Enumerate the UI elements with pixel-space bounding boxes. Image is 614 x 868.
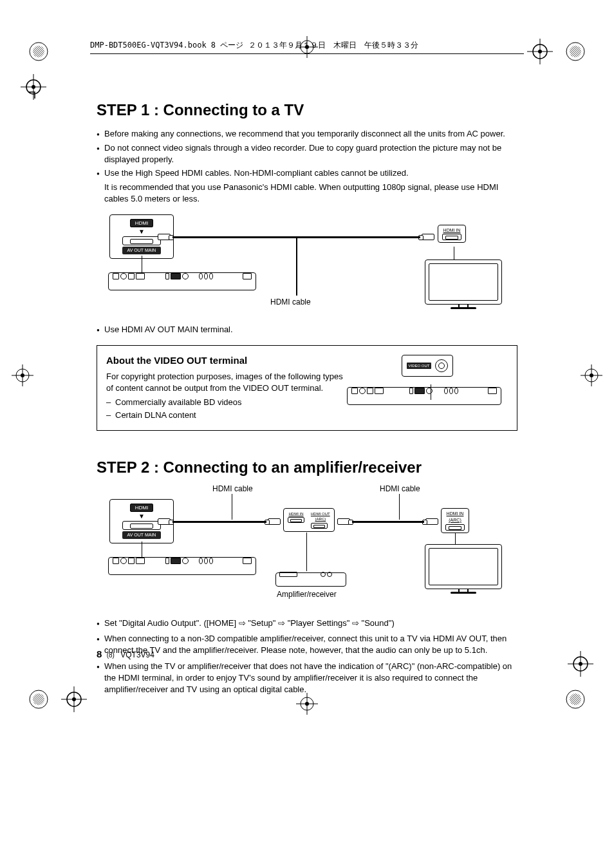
svg-point-39 bbox=[590, 373, 593, 377]
hdmi-port-icon bbox=[122, 521, 161, 530]
register-mark-icon bbox=[12, 364, 33, 386]
svg-point-27 bbox=[305, 45, 309, 49]
svg-point-19 bbox=[72, 697, 76, 701]
hdmi-plug-icon bbox=[268, 518, 281, 525]
hdmi-port-icon bbox=[122, 236, 161, 245]
player-rear-icon bbox=[108, 272, 256, 290]
diagram-leader-line bbox=[142, 542, 142, 557]
diagram-leader-line bbox=[306, 533, 307, 571]
list-item: Do not connect video signals through a v… bbox=[97, 142, 517, 165]
diagram-leader-line bbox=[296, 238, 297, 296]
crop-mark-icon bbox=[563, 39, 588, 64]
crop-mark-icon bbox=[563, 686, 588, 712]
list-item: Use the High Speed HDMI cables. Non-HDMI… bbox=[97, 167, 517, 205]
register-mark-icon bbox=[581, 364, 602, 386]
hdmi-cable-caption: HDMI cable bbox=[270, 297, 311, 308]
diagram-leader-line bbox=[232, 494, 232, 520]
diagram-leader-line bbox=[454, 247, 454, 259]
tv-icon bbox=[425, 544, 502, 589]
hdmi-plug-icon bbox=[425, 518, 438, 525]
svg-point-1 bbox=[33, 46, 44, 57]
step1-bullets: Before making any connections, we recomm… bbox=[97, 128, 517, 205]
step1-diagram: HDMI ▼ AV OUT MAIN HDMI IN HDMI cable bbox=[97, 214, 517, 317]
hdmi-plug-icon bbox=[158, 234, 171, 240]
hdmi-label: HDMI bbox=[130, 219, 153, 227]
diagram-leader-line bbox=[431, 384, 431, 400]
step1-title: STEP 1 : Connecting to a TV bbox=[97, 99, 517, 121]
avout-label: AV OUT MAIN bbox=[122, 531, 161, 539]
diagram-leader-line bbox=[455, 533, 456, 544]
avout-label: AV OUT MAIN bbox=[122, 247, 161, 254]
step2-title: STEP 2 : Connecting to an amplifier/rece… bbox=[97, 457, 517, 478]
svg-point-3 bbox=[570, 46, 581, 57]
hdmi-plug-icon bbox=[337, 518, 350, 525]
hdmi-cable-line bbox=[172, 521, 266, 523]
tv-icon bbox=[425, 259, 502, 305]
svg-point-7 bbox=[570, 693, 581, 705]
amplifier-icon bbox=[275, 572, 346, 587]
hdmi-plug-icon bbox=[422, 234, 434, 240]
amplifier-caption: Amplifier/receiver bbox=[277, 589, 337, 600]
infobox-heading: About the VIDEO OUT terminal bbox=[106, 354, 351, 367]
svg-point-31 bbox=[305, 702, 309, 706]
video-out-terminal-icon: VIDEO OUT bbox=[402, 355, 453, 377]
register-mark-icon bbox=[296, 693, 318, 715]
diagram-leader-line bbox=[142, 256, 142, 272]
register-curl-icon bbox=[568, 651, 593, 677]
hdmi-label: HDMI bbox=[130, 504, 153, 512]
infobox-intro: For copyright protection purposes, image… bbox=[106, 371, 351, 394]
hdmi-cable-caption: HDMI cable bbox=[212, 484, 253, 495]
hdmi-cable-line bbox=[352, 521, 424, 523]
hdmi-port-icon bbox=[442, 234, 461, 240]
tv-hdmi-in: HDMI IN bbox=[438, 225, 466, 243]
hdmi-port-icon bbox=[445, 524, 465, 531]
svg-point-23 bbox=[579, 662, 582, 666]
hdmi-cable-caption: HDMI cable bbox=[380, 484, 420, 495]
svg-point-15 bbox=[538, 50, 542, 53]
tv-hdmi-in-arc: HDMI IN (ARC) bbox=[441, 508, 469, 533]
step2-bullets: Set "Digital Audio Output". ([HOME] ⇨ "S… bbox=[97, 618, 517, 695]
video-out-info-box: About the VIDEO OUT terminal For copyrig… bbox=[97, 345, 517, 431]
diagram-leader-line bbox=[399, 494, 400, 520]
svg-point-11 bbox=[32, 85, 35, 89]
list-item: Before making any connections, we recomm… bbox=[97, 128, 517, 140]
list-item: When connecting to a non-3D compatible a… bbox=[97, 633, 517, 656]
crop-mark-icon bbox=[26, 686, 51, 712]
video-out-panel: VIDEO OUT bbox=[347, 355, 508, 405]
crop-mark-icon bbox=[26, 39, 51, 64]
amplifier-ports: HDMI IN HDMI OUT (ARC) bbox=[283, 508, 335, 532]
register-curl-icon bbox=[527, 39, 553, 64]
register-curl-icon bbox=[61, 686, 87, 712]
list-item: Certain DLNA content bbox=[106, 410, 351, 421]
list-item: Commercially available BD videos bbox=[106, 397, 351, 408]
list-item: When using the TV or amplifier/receiver … bbox=[97, 661, 517, 696]
player-rear-icon bbox=[108, 557, 256, 575]
svg-point-35 bbox=[21, 373, 24, 377]
page-footer: 8 (8) VQT3V94 bbox=[97, 647, 154, 661]
svg-point-5 bbox=[33, 693, 44, 705]
register-curl-icon bbox=[21, 74, 46, 100]
hdmi-port-icon bbox=[288, 517, 304, 523]
hdmi-plug-icon bbox=[158, 518, 171, 525]
hdmi-port-icon bbox=[311, 523, 328, 529]
list-item: Set "Digital Audio Output". ([HOME] ⇨ "S… bbox=[97, 618, 517, 629]
step2-diagram: HDMI cable HDMI cable HDMI ▼ AV OUT MAIN… bbox=[97, 486, 517, 609]
register-mark-icon bbox=[296, 36, 318, 58]
list-item: Use HDMI AV OUT MAIN terminal. bbox=[97, 324, 517, 335]
